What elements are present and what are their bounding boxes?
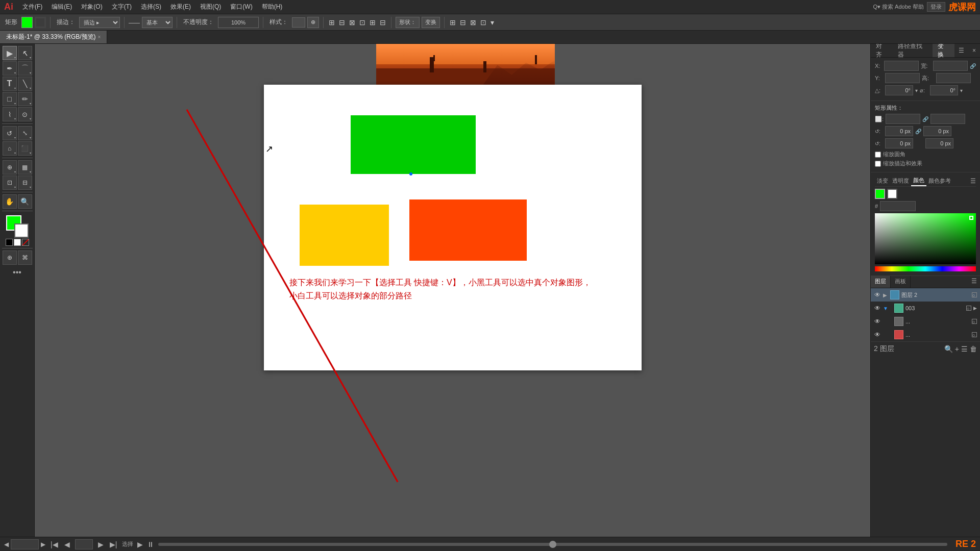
align-middle-btn[interactable]: ⊞ <box>369 16 377 29</box>
pen-tool[interactable]: ✒ ▾ <box>3 61 17 76</box>
stroke-type-select[interactable]: 插边 ▸ <box>79 17 120 28</box>
layer-lock-1[interactable]: ○ <box>966 306 971 311</box>
rect-green[interactable] <box>351 115 476 174</box>
column-graph-tool[interactable]: ▦ ▾ <box>18 160 32 174</box>
zoom-tool[interactable]: 🔍 <box>18 194 32 209</box>
rotation-more[interactable]: ▾ <box>915 88 918 93</box>
login-btn[interactable]: 登录 <box>927 2 945 12</box>
brush-tool[interactable]: ⌇ ▾ <box>3 107 17 121</box>
rect-link-icon[interactable]: 🔗 <box>922 116 928 122</box>
more-align-btn[interactable]: ⊞ <box>449 16 457 29</box>
zoom-down-btn[interactable]: ◀ <box>4 541 9 548</box>
blob-brush-tool[interactable]: ⊙ ▾ <box>18 107 32 121</box>
layer-exp-2[interactable] <box>883 318 888 325</box>
slice-tool[interactable]: ⊟ ▾ <box>18 176 32 190</box>
color-spectrum[interactable] <box>875 213 976 264</box>
none-swatch[interactable] <box>22 239 29 246</box>
zoom-up-btn[interactable]: ▶ <box>41 541 45 548</box>
color-fg-swatch[interactable] <box>875 189 885 199</box>
timeline-thumb[interactable] <box>549 541 556 548</box>
layer-vis-1[interactable]: 👁 <box>874 305 881 312</box>
y-input[interactable]: 258 px <box>885 73 920 83</box>
stroke-style-select[interactable]: 基本 <box>142 17 173 28</box>
rx2-input[interactable] <box>885 138 913 148</box>
rect-h-input[interactable]: 232 px <box>930 114 965 124</box>
layer-arrow-1[interactable]: ▶ <box>973 306 977 311</box>
delete-layer-btn[interactable]: + <box>955 345 959 353</box>
layer-lock-2[interactable]: ○ <box>972 319 977 324</box>
stroke-scale-checkbox[interactable] <box>875 161 881 167</box>
menu-help[interactable]: 帮助(H) <box>258 2 287 12</box>
artboards-tab[interactable]: 画板 <box>891 276 911 288</box>
color-tab[interactable]: 颜色 <box>911 176 926 186</box>
type-tool[interactable]: T ▾ <box>3 77 17 91</box>
menu-effect[interactable]: 效果(E) <box>166 2 195 12</box>
page-input[interactable]: 1 <box>75 539 93 549</box>
layer-item-2[interactable]: 👁 ... ○ <box>871 315 980 328</box>
x-input[interactable]: 811.5 px <box>884 61 919 71</box>
panel-menu-btn[interactable]: ☰ <box>954 47 968 54</box>
page-last-btn[interactable]: ▶| <box>109 540 118 548</box>
hand-tool[interactable]: ✋ <box>3 194 17 209</box>
rect-tool[interactable]: □ ▾ <box>3 92 17 106</box>
page-first-btn[interactable]: |◀ <box>50 540 59 548</box>
transparency-tab[interactable]: 透明度 <box>890 176 911 186</box>
hex-input[interactable]: 00FF0C <box>880 201 916 211</box>
layer-vis-0[interactable]: 👁 <box>874 291 881 298</box>
page-prev-btn[interactable]: ◀ <box>63 540 71 548</box>
mesh-tool[interactable]: ⌘ <box>18 251 32 265</box>
swatch-tab[interactable]: 淡变 <box>875 176 890 186</box>
layer-lock-3[interactable]: ○ <box>972 332 977 337</box>
hue-bar[interactable] <box>875 266 976 271</box>
width-input[interactable]: 493 px <box>933 61 968 71</box>
menu-text[interactable]: 文字(T) <box>108 2 136 12</box>
select-tool[interactable]: ▶ ▾ <box>3 46 17 60</box>
color-guide-tab[interactable]: 颜色参考 <box>926 176 953 186</box>
new-layer-btn[interactable]: 🔍 <box>944 345 953 353</box>
shear-input[interactable] <box>930 85 958 95</box>
layer-item-3[interactable]: 👁 ... ○ <box>871 328 980 341</box>
black-swatch[interactable] <box>6 239 13 246</box>
rotate-tool[interactable]: ↺ ▾ <box>3 126 17 140</box>
curvature-tool[interactable]: ⌒ ▾ <box>18 61 32 76</box>
align-center-btn[interactable]: ⊟ <box>338 16 346 29</box>
color-bg-swatch[interactable] <box>887 189 897 199</box>
layer-lock-0[interactable]: ○ <box>972 292 977 297</box>
graph-tool[interactable]: ⬛ ▾ <box>18 141 32 156</box>
layer-vis-2[interactable]: 👁 <box>874 318 881 325</box>
pathfinder-tab[interactable]: 路径查找器 <box>893 44 933 57</box>
align-left-btn[interactable]: ⊞ <box>328 16 336 29</box>
more-align-btn2[interactable]: ⊟ <box>459 16 467 29</box>
more-align-btn4[interactable]: ⊡ <box>479 16 487 29</box>
menu-file[interactable]: 文件(F) <box>18 2 46 12</box>
transform-btn[interactable]: 变换 <box>422 17 440 28</box>
rect-w-input[interactable]: 493 px <box>886 114 920 124</box>
timeline-bar[interactable] <box>158 543 947 546</box>
warp-tool[interactable]: ⌂ ▾ <box>3 141 17 156</box>
tab-close-btn[interactable]: × <box>98 34 101 40</box>
rect-orange[interactable] <box>409 199 527 261</box>
shear-more[interactable]: ▾ <box>960 88 963 93</box>
shape-btn[interactable]: 形状： <box>396 17 420 28</box>
menu-view[interactable]: 视图(Q) <box>196 2 225 12</box>
play-btn[interactable]: ▶ <box>137 540 143 548</box>
rect-yellow[interactable] <box>300 205 389 266</box>
layer-exp-0[interactable]: ▶ <box>883 291 888 298</box>
canvas-area[interactable]: 接下来我们来学习一下【选择工具 快捷键：V】，小黑工具可以选中真个对象图形，小白… <box>35 44 870 537</box>
globe-btn[interactable]: ⊕ <box>307 17 319 28</box>
zoom-input[interactable]: 33.33% <box>11 539 39 549</box>
active-tab[interactable]: 未标题-1* @ 33.33% (RGB/预览) × <box>0 31 107 43</box>
fill-swatch[interactable] <box>21 17 33 28</box>
page-next-btn[interactable]: ▶ <box>97 540 105 548</box>
scale-tool[interactable]: ⤡ ▾ <box>18 126 32 140</box>
rx-input[interactable] <box>885 126 913 136</box>
panel-close-btn[interactable]: × <box>968 47 980 54</box>
layers-del-btn[interactable]: 🗑 <box>970 345 977 353</box>
menu-object[interactable]: 对象(O) <box>77 2 106 12</box>
ry-input[interactable] <box>923 126 951 136</box>
layer-item-0[interactable]: 👁 ▶ 图层 2 ○ <box>871 288 980 302</box>
opacity-input[interactable] <box>218 17 259 28</box>
pause-btn[interactable]: ⏸ <box>147 540 154 548</box>
menu-edit[interactable]: 编辑(E) <box>47 2 76 12</box>
more-align-btn5[interactable]: ▾ <box>489 16 495 29</box>
